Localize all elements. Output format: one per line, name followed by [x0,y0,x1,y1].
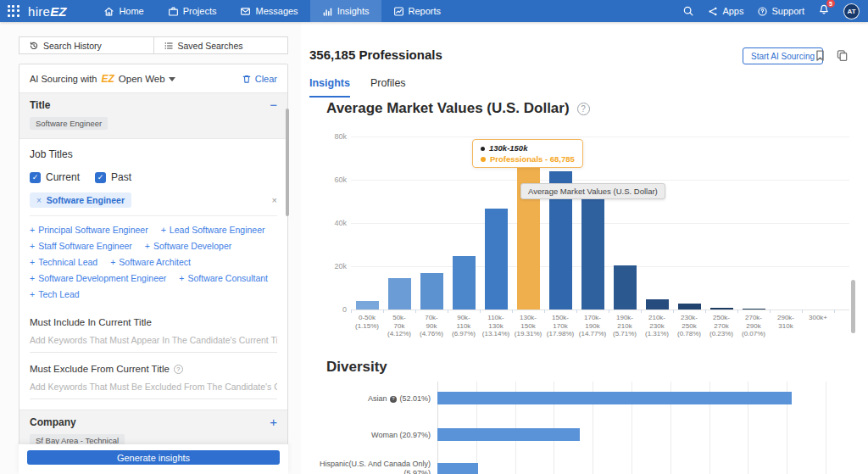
collapse-title-icon[interactable]: − [270,100,277,110]
avatar[interactable]: AT [843,3,860,20]
x-axis-tick-label: 50k-70k(4.12%) [383,314,415,338]
suggested-job-title[interactable]: +Software Architect [110,257,191,267]
chart-bar-190k-210k[interactable] [614,265,637,309]
nav-item-label: Projects [183,6,217,16]
chart-bar-170k-190k[interactable] [581,196,604,309]
checkbox-past[interactable]: ✓Past [95,171,131,183]
sidebar-scrollbar[interactable] [286,109,289,216]
must-include-input[interactable] [30,327,277,353]
sidebar-tab-search-history[interactable]: Search History [19,36,154,54]
chart-hover-label: Average Market Values (U.S. Dollar) [520,183,665,199]
diversity-bar-woman[interactable] [437,428,580,441]
suggested-job-title[interactable]: +Software Consultant [179,273,268,283]
search-icon[interactable] [682,5,694,17]
suggested-job-title[interactable]: +Technical Lead [30,257,97,267]
checkbox-check-icon: ✓ [30,172,41,183]
info-icon[interactable]: ? [390,396,397,403]
suggested-job-title[interactable]: +Software Developer [145,241,231,251]
top-nav: hireEZ HomeProjectsMessagesInsightsRepor… [0,0,868,22]
chart-bar-0-50k[interactable] [356,301,379,309]
chart-bar-250k-270k[interactable] [710,308,733,309]
selected-job-title-pill[interactable]: × Software Engineer [30,192,131,208]
y-axis-tick-label: 20k [321,262,347,270]
clear-button[interactable]: Clear [242,74,277,84]
tooltip-value: Professionals - 68,785 [490,154,575,164]
support-button[interactable]: Support [757,6,804,17]
briefcase-icon [168,6,179,17]
waffle-grid-icon[interactable] [8,5,19,17]
chart-help-icon[interactable]: ? [577,103,590,115]
title-chip[interactable]: Software Engineer [30,117,108,130]
sidebar-tab-saved-searches[interactable]: Saved Searches [154,36,289,54]
results-panel: 356,185 Professionals Start AI Sourcing … [301,22,868,474]
expand-company-icon[interactable]: + [270,417,277,427]
plus-icon: + [30,241,35,251]
suggested-job-title[interactable]: +Tech Lead [30,289,80,299]
diversity-bar-asian[interactable] [437,392,792,404]
nav-item-messages[interactable]: Messages [228,0,309,22]
home-icon [103,6,114,17]
chart-bar-70k-90k[interactable] [420,273,443,309]
plus-icon: + [145,241,150,251]
chart-bar-210k-230k[interactable] [646,299,669,309]
chevron-down-icon [169,77,175,81]
main-scrollbar[interactable] [851,280,855,333]
bookmark-icon[interactable] [814,49,826,62]
x-axis-tick-label: 90k-110k(6.97%) [448,314,480,338]
source-dropdown[interactable]: Open Web [119,74,175,84]
ai-sourcing-bar: AI Sourcing with EZ Open Web Clear [19,64,287,92]
envelope-icon [240,6,251,17]
chart-bar-90k-110k[interactable] [453,256,476,309]
tab-profiles[interactable]: Profiles [370,77,406,98]
suggested-job-title[interactable]: +Software Development Engineer [30,273,166,283]
x-axis-tick [673,309,674,313]
chart-gridline [351,180,849,181]
apps-button[interactable]: Apps [708,6,743,17]
suggested-job-title[interactable]: +Staff Software Engineer [30,241,132,251]
copy-icon[interactable] [836,49,849,62]
professionals-count: 356,185 Professionals [309,47,442,62]
help-icon[interactable]: ? [174,365,183,374]
nav-item-insights[interactable]: Insights [310,0,381,22]
clear-tags-icon[interactable]: × [272,195,277,205]
checkbox-current[interactable]: ✓Current [30,171,80,183]
y-axis-tick-label: 80k [321,132,347,141]
x-axis-tick [802,309,803,313]
chart-bar-230k-250k[interactable] [678,304,701,309]
remove-tag-icon[interactable]: × [36,196,42,205]
must-include-label: Must Include In Current Title [30,317,277,327]
x-axis-tick-label: 210k-230k(1.31%) [641,314,673,338]
start-ai-sourcing-button[interactable]: Start AI Sourcing [743,47,823,64]
diversity-bar-hispanic-u-s-and-canada-only-[interactable] [437,463,478,474]
history-icon [29,41,39,51]
suggested-job-title[interactable]: +Principal Software Engineer [30,225,148,235]
diversity-chart-title: Diversity [326,359,387,376]
diversity-row-label: Hispanic(U.S. And Canada Only)(5.97%) [303,460,431,474]
diversity-gridline [826,382,826,474]
chart-bar-110k-130k[interactable] [485,209,508,309]
nav-item-projects[interactable]: Projects [156,0,229,22]
chart-bar-270k-290k[interactable] [743,309,765,309]
chart-bar-50k-70k[interactable] [388,278,411,309]
suggested-job-title[interactable]: +Lead Software Engineer [161,225,265,235]
generate-insights-button[interactable]: Generate insights [27,450,280,465]
must-exclude-input[interactable] [30,374,277,399]
x-axis-tick [383,309,384,313]
sidebar-tab-label: Search History [43,41,102,51]
nav-item-reports[interactable]: Reports [381,0,453,22]
trash-icon [242,74,252,84]
results-tabs: InsightsProfiles [309,77,406,98]
reports-icon [393,6,404,17]
checkbox-label: Past [111,171,131,183]
nav-item-label: Reports [409,6,442,16]
plus-icon: + [179,273,184,283]
tab-insights[interactable]: Insights [309,77,350,98]
must-include-field: Must Include In Current Title [19,306,287,353]
market-values-chart-title: Average Market Values (U.S. Dollar) [326,100,570,117]
ai-sourcing-prefix: AI Sourcing with [30,74,97,84]
nav-item-home[interactable]: Home [92,0,155,22]
notifications-button[interactable]: 5 [818,3,830,19]
hireez-logo[interactable]: hireEZ [28,0,66,22]
company-section: Company + Sf Bay Area - Technical [19,410,287,445]
list-icon [164,41,174,51]
